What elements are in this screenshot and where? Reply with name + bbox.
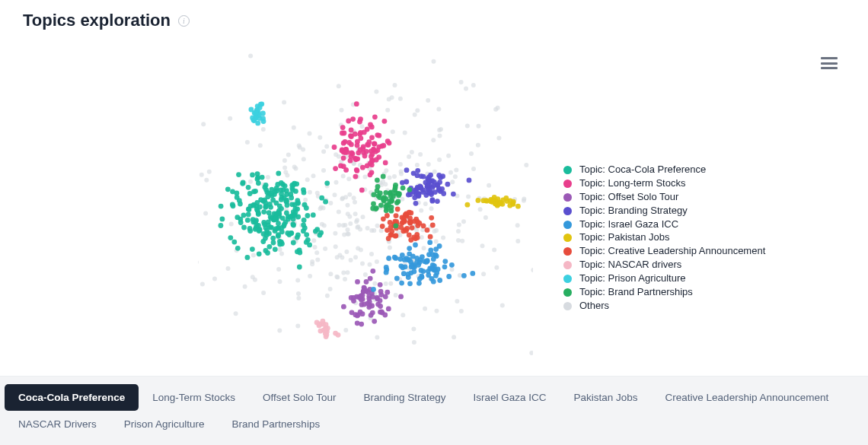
info-icon[interactable]: i: [178, 15, 190, 27]
legend-item-coca_cola_preference[interactable]: Topic: Coca-Cola Preference: [563, 164, 765, 176]
chart-menu-icon[interactable]: [821, 57, 838, 69]
svg-point-813: [442, 259, 448, 264]
svg-point-101: [295, 278, 300, 282]
svg-point-908: [410, 225, 415, 230]
svg-point-77: [334, 180, 339, 185]
svg-point-5: [228, 116, 232, 121]
svg-point-484: [269, 225, 274, 230]
svg-point-295: [471, 83, 476, 87]
svg-point-142: [340, 108, 344, 113]
svg-point-543: [284, 188, 289, 193]
tab-branding-strategy[interactable]: Branding Strategy: [349, 384, 459, 411]
legend-item-others[interactable]: Others: [563, 300, 765, 313]
svg-point-222: [469, 151, 474, 156]
svg-point-468: [295, 215, 301, 220]
svg-point-993: [371, 202, 376, 207]
svg-point-526: [238, 217, 243, 222]
svg-point-211: [374, 89, 378, 94]
svg-point-194: [337, 209, 341, 214]
cluster-others[interactable]: [198, 54, 533, 355]
svg-point-542: [284, 211, 289, 216]
svg-point-229: [346, 203, 350, 208]
svg-point-593: [376, 154, 381, 160]
svg-point-254: [436, 106, 441, 111]
svg-point-304: [333, 244, 338, 249]
svg-point-778: [407, 246, 412, 251]
legend-swatch: [563, 275, 572, 283]
legend-item-prison_agriculture[interactable]: Topic: Prison Agriculture: [563, 272, 765, 285]
legend-item-israel_gaza_icc[interactable]: Topic: Israel Gaza ICC: [563, 218, 765, 231]
cluster-coca_cola_preference[interactable]: [219, 171, 330, 270]
svg-point-79: [455, 299, 459, 304]
svg-point-103: [361, 215, 365, 219]
cluster-prison_agriculture[interactable]: [249, 101, 266, 126]
legend-item-branding_strategy[interactable]: Topic: Branding Strategy: [563, 205, 765, 218]
svg-point-1018: [396, 192, 401, 198]
svg-point-100: [415, 163, 420, 167]
svg-point-132: [398, 97, 403, 101]
tab-prison-agriculture[interactable]: Prison Agriculture: [110, 411, 219, 437]
svg-point-214: [261, 127, 266, 132]
svg-point-332: [296, 296, 301, 300]
svg-point-4: [456, 229, 461, 234]
legend-item-pakistan_jobs[interactable]: Topic: Pakistan Jobs: [563, 231, 765, 244]
tab-offset-solo-tour[interactable]: Offset Solo Tour: [249, 384, 349, 411]
legend-label: Topic: Long-term Stocks: [579, 177, 685, 190]
svg-point-198: [461, 219, 466, 224]
tab-brand-partnerships[interactable]: Brand Partnerships: [219, 411, 334, 437]
legend-item-brand_partnerships[interactable]: Topic: Brand Partnerships: [563, 286, 765, 299]
legend-item-creative_leadership_announcement[interactable]: Topic: Creative Leadership Announcement: [563, 245, 765, 258]
svg-point-399: [245, 255, 251, 260]
legend-item-offset_solo_tour[interactable]: Topic: Offset Solo Tour: [563, 191, 765, 204]
svg-point-760: [445, 182, 451, 187]
svg-point-409: [263, 183, 269, 188]
svg-point-519: [273, 216, 278, 221]
cluster-pakistan_jobs[interactable]: [465, 195, 521, 209]
svg-point-374: [245, 218, 251, 223]
cluster-long_term_stocks[interactable]: [332, 101, 392, 192]
topic-tabs: Coca-Cola PreferenceLong-Term StocksOffs…: [5, 384, 863, 437]
svg-point-398: [236, 172, 241, 177]
legend-swatch: [563, 207, 572, 215]
svg-point-290: [387, 97, 391, 101]
tab-israel-gaza-icc[interactable]: Israel Gaza ICC: [460, 384, 560, 411]
svg-point-331: [251, 253, 256, 258]
topics-scatter-plot[interactable]: [198, 53, 533, 358]
svg-point-944: [388, 233, 394, 238]
svg-point-622: [381, 143, 386, 148]
svg-point-319: [276, 267, 281, 272]
svg-point-998: [378, 202, 384, 208]
tab-creative-leadership-announcement[interactable]: Creative Leadership Announcement: [652, 384, 843, 411]
svg-point-630: [364, 149, 369, 154]
svg-point-297: [248, 54, 253, 59]
svg-point-242: [343, 328, 348, 332]
tab-pakistan-jobs[interactable]: Pakistan Jobs: [560, 384, 652, 411]
legend-item-nascar_drivers[interactable]: Topic: NASCAR drivers: [563, 259, 765, 272]
svg-point-286: [399, 171, 404, 176]
svg-point-966: [324, 332, 330, 338]
tab-coca-cola-preference[interactable]: Coca-Cola Preference: [5, 384, 139, 411]
svg-point-918: [407, 233, 412, 238]
svg-point-677: [398, 294, 404, 300]
cluster-nascar_drivers[interactable]: [314, 319, 341, 339]
svg-point-35: [248, 180, 253, 184]
svg-point-512: [235, 246, 241, 251]
legend-label: Topic: Brand Partnerships: [579, 286, 693, 299]
svg-point-933: [385, 213, 390, 218]
svg-point-945: [404, 211, 409, 217]
legend-item-long_term_stocks[interactable]: Topic: Long-term Stocks: [563, 177, 765, 190]
svg-point-692: [378, 289, 384, 294]
svg-point-620: [343, 139, 348, 145]
svg-point-699: [359, 294, 364, 299]
tab-long-term-stocks[interactable]: Long-Term Stocks: [139, 384, 249, 411]
tab-nascar-drivers[interactable]: NASCAR Drivers: [5, 411, 110, 437]
svg-point-520: [276, 211, 282, 216]
svg-point-506: [270, 236, 276, 241]
svg-point-961: [324, 322, 329, 327]
svg-point-136: [476, 143, 480, 148]
svg-point-143: [204, 178, 209, 183]
svg-point-148: [251, 275, 255, 279]
svg-point-174: [308, 132, 312, 136]
svg-point-44: [333, 231, 337, 236]
svg-point-770: [436, 173, 442, 178]
